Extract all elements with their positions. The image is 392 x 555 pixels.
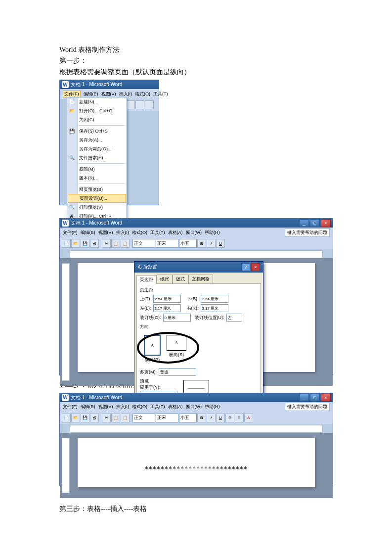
copy-button[interactable]: 📋: [111, 414, 120, 422]
new-button[interactable]: 📄: [62, 239, 71, 248]
size-combo[interactable]: 小五: [179, 414, 197, 422]
menu-insert[interactable]: 插入(I): [116, 404, 130, 410]
menu-item-printpreview[interactable]: 🔍打印预览(V): [67, 203, 127, 212]
menu-edit[interactable]: 编辑(E): [81, 404, 95, 410]
portrait-option[interactable]: A 纵向(P): [144, 335, 161, 363]
tab-grid[interactable]: 文档网格: [188, 275, 213, 283]
menu-help[interactable]: 帮助(H): [205, 230, 220, 236]
font-color-button[interactable]: A: [244, 414, 253, 422]
save-button[interactable]: 💾: [81, 414, 89, 422]
style-combo[interactable]: 正文: [132, 414, 155, 422]
toolbar-button[interactable]: [135, 100, 144, 109]
align-left-button[interactable]: ≡: [225, 414, 234, 422]
dialog-help-button[interactable]: ?: [241, 263, 250, 271]
menu-item-saveasweb[interactable]: 另存为网页(G)...: [67, 144, 127, 153]
menu-edit[interactable]: 编辑(E): [84, 91, 98, 97]
gutter-input[interactable]: 0 厘米: [163, 314, 191, 322]
style-combo[interactable]: 正文: [132, 239, 155, 248]
menu-view[interactable]: 视图(V): [98, 230, 113, 236]
align-center-button[interactable]: ≡: [235, 414, 244, 422]
copy-button[interactable]: 📋: [111, 239, 120, 248]
landscape-label: 横向(S): [167, 352, 186, 358]
menu-edit[interactable]: 编辑(E): [81, 230, 95, 236]
word-app-fig2: W 文档 1 - Microsoft Word _ □ × 文件(F) 编辑(E…: [59, 218, 333, 375]
menu-help[interactable]: 帮助(H): [205, 404, 220, 410]
tab-paper[interactable]: 纸张: [157, 275, 173, 283]
left-input[interactable]: 3.17 厘米: [153, 304, 181, 312]
horizontal-ruler: [70, 250, 323, 258]
menu-tools[interactable]: 工具(T): [150, 404, 165, 410]
multi-input[interactable]: 普通: [159, 368, 196, 376]
minimize-button[interactable]: _: [299, 219, 309, 227]
menu-item-version[interactable]: 版本(R)...: [67, 174, 127, 183]
menu-item-save[interactable]: 💾保存(S) Ctrl+S: [67, 127, 127, 136]
menu-table[interactable]: 表格(A): [168, 230, 183, 236]
dialog-close-button[interactable]: ×: [251, 263, 260, 271]
underline-button[interactable]: U: [216, 239, 225, 248]
font-combo[interactable]: 正宋: [156, 414, 178, 422]
minimize-button[interactable]: _: [299, 394, 309, 402]
menu-tools[interactable]: 工具(T): [153, 91, 168, 97]
menubar: 文件(F) 编辑(E) 视图(V) 插入(I) 格式(O) 工具(T) 表格(A…: [60, 228, 333, 237]
gutter-pos-input[interactable]: 左: [226, 314, 242, 322]
save-button[interactable]: 💾: [81, 239, 89, 248]
open-button[interactable]: 📂: [71, 414, 80, 422]
bold-button[interactable]: B: [197, 414, 206, 422]
cut-button[interactable]: ✂: [102, 239, 111, 248]
bottom-input[interactable]: 2.54 厘米: [201, 295, 228, 303]
print-button[interactable]: 🖨: [90, 239, 99, 248]
menu-item-search[interactable]: 🔍文件搜索(H)...: [67, 153, 127, 162]
menu-file[interactable]: 文件(F): [63, 230, 78, 236]
new-button[interactable]: 📄: [62, 414, 71, 422]
cut-button[interactable]: ✂: [102, 414, 111, 422]
menu-format[interactable]: 格式(O): [132, 230, 147, 236]
maximize-button[interactable]: □: [310, 219, 320, 227]
help-search-box[interactable]: 键入需要帮助的问题: [285, 229, 330, 237]
paste-button[interactable]: 📋: [121, 414, 130, 422]
menu-window[interactable]: 窗口(W): [186, 404, 202, 410]
open-button[interactable]: 📂: [71, 239, 80, 248]
print-button[interactable]: 🖨: [90, 414, 99, 422]
underline-button[interactable]: U: [216, 414, 225, 422]
step3-text: 第三步：表格----插入----表格: [59, 504, 333, 514]
menu-item-saveas[interactable]: 另存为(A)...: [67, 136, 127, 144]
toolbar-button[interactable]: [126, 100, 135, 109]
gutter-label: 装订线(G):: [140, 315, 161, 321]
menu-table[interactable]: 表格(A): [168, 404, 183, 410]
menu-window[interactable]: 窗口(W): [186, 230, 202, 236]
menu-item-pagesetup[interactable]: 页面设置(U)...: [68, 194, 126, 203]
toolbar-button[interactable]: [145, 100, 154, 109]
menu-item-new[interactable]: 📄新建(N)...: [67, 97, 127, 106]
close-button[interactable]: ×: [321, 394, 331, 402]
menu-insert[interactable]: 插入(I): [116, 230, 130, 236]
preview-label: 预览: [140, 378, 177, 384]
italic-button[interactable]: I: [207, 239, 216, 248]
menu-tools[interactable]: 工具(T): [150, 230, 165, 236]
menu-item-open[interactable]: 📂打开(O)... Ctrl+O: [67, 106, 127, 115]
paste-button[interactable]: 📋: [121, 239, 130, 248]
close-button[interactable]: ×: [321, 219, 331, 227]
right-input[interactable]: 3.17 厘米: [201, 304, 228, 312]
gutter-pos-label: 装订线位置(U):: [195, 315, 224, 321]
menu-item-close[interactable]: 关闭(C): [67, 115, 127, 124]
tab-margins[interactable]: 页边距: [136, 275, 157, 284]
menu-view[interactable]: 视图(V): [98, 404, 113, 410]
menu-format[interactable]: 格式(O): [132, 404, 147, 410]
menu-file[interactable]: 文件(F): [63, 404, 78, 410]
top-input[interactable]: 2.54 厘米: [153, 295, 181, 303]
vertical-ruler: [62, 438, 70, 493]
menu-item-permission[interactable]: 权限(M): [67, 165, 127, 174]
tab-layout[interactable]: 版式: [173, 275, 188, 283]
menu-item-webpreview[interactable]: 网页预览(B): [67, 185, 127, 194]
bold-button[interactable]: B: [197, 239, 206, 248]
help-search-box[interactable]: 键入需要帮助的问题: [285, 403, 330, 411]
menu-view[interactable]: 视图(V): [101, 91, 116, 97]
size-combo[interactable]: 小五: [179, 239, 197, 248]
menu-insert[interactable]: 插入(I): [119, 91, 132, 97]
italic-button[interactable]: I: [207, 414, 216, 422]
landscape-option[interactable]: A 横向(S): [167, 335, 186, 363]
maximize-button[interactable]: □: [310, 394, 320, 402]
document-page-surface[interactable]: **************************: [78, 438, 315, 487]
font-combo[interactable]: 正宋: [156, 239, 178, 248]
menu-format[interactable]: 格式(O): [135, 91, 150, 97]
